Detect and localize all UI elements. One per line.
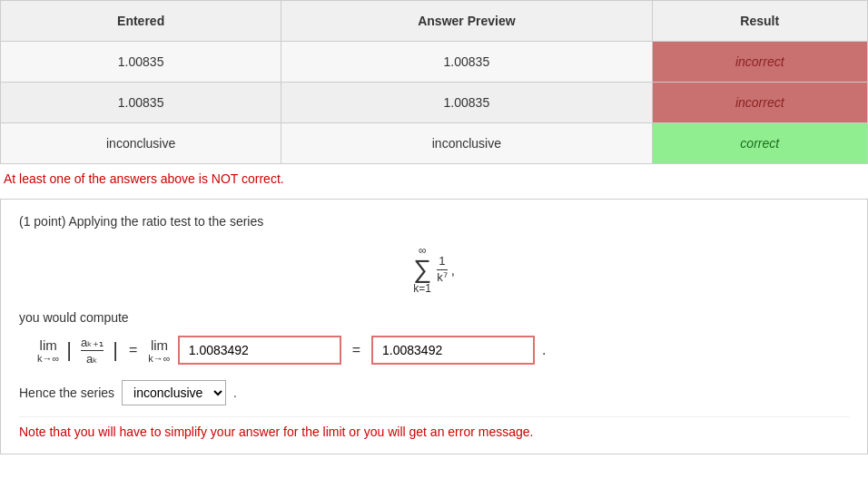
problem-title: (1 point) Applying the ratio test to the… [19,214,849,229]
fraction-display: aₖ₊₁ aₖ [81,336,104,366]
col-header-preview: Answer Preview [281,1,652,42]
cell-entered: 1.00835 [1,83,281,123]
warning-message: At least one of the answers above is NOT… [0,164,868,193]
table-row: inconclusiveinconclusivecorrect [1,123,868,164]
lim-block-2: lim k→∞ [148,337,170,364]
series-display: ∞ ∑ k=1 1 k⁷ , [19,241,849,296]
table-row: 1.008351.00835incorrect [1,83,868,123]
col-header-result: Result [652,1,868,42]
problem-box: (1 point) Applying the ratio test to the… [0,199,868,454]
lim-block-1: lim k→∞ [37,337,59,364]
series-conclusion-dropdown[interactable]: inconclusiveconvergentdivergent [122,380,226,405]
hence-period: . [233,386,237,400]
series-comma: , [451,262,455,278]
hence-label: Hence the series [19,386,114,400]
abs-right: | [113,340,118,360]
results-table: Entered Answer Preview Result 1.008351.0… [0,0,868,164]
cell-entered: inconclusive [1,123,281,164]
period-1: . [542,342,546,358]
note-text: Note that you will have to simplify your… [19,416,849,439]
cell-preview: 1.00835 [281,83,652,123]
table-row: 1.008351.00835incorrect [1,42,868,83]
sigma-symbol: ∞ ∑ k=1 [413,244,431,296]
cell-entered: 1.00835 [1,42,281,83]
cell-result: correct [652,123,868,164]
equals-sign-1: = [125,342,141,358]
series-fraction: 1 k⁷ [437,254,448,286]
note-content: Note that you will have to simplify your… [19,425,533,439]
you-would-label: you would compute [19,310,849,325]
equals-sign-2: = [349,342,364,358]
limit-input-1[interactable] [178,336,341,365]
cell-result: incorrect [652,42,868,83]
limit-input-2[interactable] [371,336,535,365]
hence-line: Hence the series inconclusiveconvergentd… [19,380,849,405]
cell-preview: 1.00835 [281,42,652,83]
cell-preview: inconclusive [281,123,652,164]
limit-equation: lim k→∞ | aₖ₊₁ aₖ | = lim k→∞ = . [19,336,849,366]
col-header-entered: Entered [1,1,281,42]
cell-result: incorrect [652,83,868,123]
abs-left: | [66,340,72,360]
